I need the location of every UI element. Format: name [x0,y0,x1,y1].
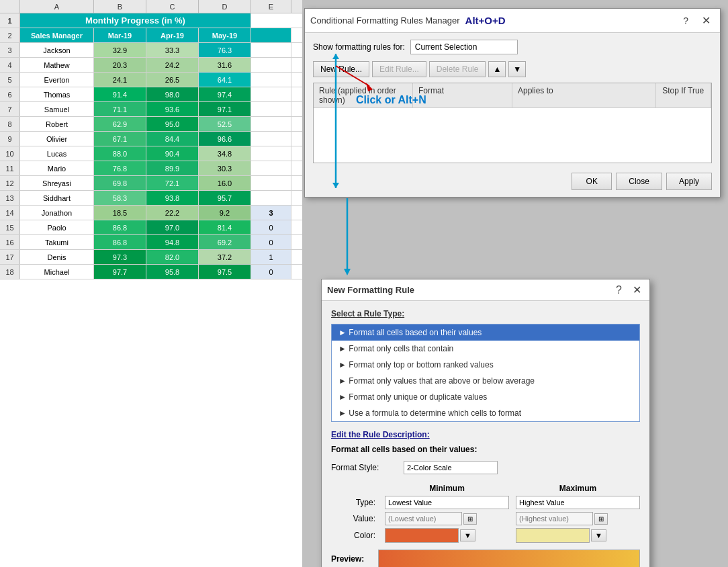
new-rule-button[interactable]: New Rule... [313,61,369,77]
col-header-rownum [0,0,20,13]
max-type-select[interactable]: Highest Value [516,496,640,509]
cell-val: 30.3 [199,161,251,175]
cell-val: 69.8 [94,176,146,190]
min-color-swatch [385,528,459,543]
min-type-select[interactable]: Lowest Value [385,496,509,509]
rule-type-item-0[interactable]: ► Format all cells based on their values [332,324,639,341]
row-num: 13 [0,191,20,205]
cell-val [251,117,291,131]
cf-apply-button[interactable]: Apply [666,173,712,190]
cell-name: Robert [20,117,94,131]
cell-name: Michael [20,265,94,279]
cell-val [251,191,291,205]
move-down-button[interactable]: ▼ [508,61,526,77]
row-num: 5 [0,73,20,87]
cf-dialog-body: Show formatting rules for: Current Selec… [305,33,720,197]
cell-val: 62.9 [94,117,146,131]
table-row: 15 Paolo 86.8 97.0 81.4 0 [0,220,302,235]
delete-rule-button[interactable]: Delete Rule [429,61,486,77]
cell-val [251,87,291,101]
show-rules-select[interactable]: Current Selection [410,40,518,54]
col-header-d: D [199,0,251,13]
cell-val: 16.0 [199,176,251,190]
cell-val: 3 [251,206,291,220]
cell-val: 52.5 [199,117,251,131]
min-color-picker[interactable]: ▼ [460,529,475,541]
show-rules-row: Show formatting rules for: Current Selec… [313,40,712,54]
table-row: 1 Monthly Progress (in %) [0,13,302,28]
edit-rule-section: Edit the Rule Description: Format all ce… [331,430,640,567]
cell-name: Takumi [20,235,94,249]
cf-help-button[interactable]: ? [679,13,692,28]
nfr-help-button[interactable]: ? [613,284,625,296]
min-value-input[interactable] [385,512,462,525]
row-num: 10 [0,146,20,161]
row-num: 3 [0,43,20,57]
max-color-swatch [516,528,590,543]
minimum-header: Minimum [385,484,509,493]
cell-val: 97.0 [146,220,199,234]
table-row: 5 Everton 24.1 26.5 64.1 [0,73,302,87]
cell-val: 76.3 [199,43,251,57]
cell-val: 69.2 [199,235,251,249]
subheader-sales-manager: Sales Manager [20,28,94,42]
preview-row: Preview: [331,550,640,567]
cell-val: 93.8 [146,191,199,205]
col-header-e: E [251,0,291,13]
cell-val: 32.9 [94,43,146,57]
cell-val: 9.2 [199,206,251,220]
cell-val: 67.1 [94,132,146,146]
subheader-may: May-19 [199,28,251,42]
format-style-row: Format Style: 2-Color Scale [331,461,640,474]
min-value-picker[interactable]: ⊞ [463,513,477,525]
max-value-input[interactable] [516,512,593,525]
maximum-header: Maximum [516,484,640,493]
cell-val [251,58,291,72]
cell-val: 24.1 [94,73,146,87]
cell-val: 81.4 [199,220,251,234]
table-row: 6 Thomas 91.4 98.0 97.4 [0,87,302,102]
table-row: 11 Mario 76.8 89.9 30.3 [0,161,302,176]
table-row: 10 Lucas 88.0 90.4 34.8 [0,146,302,161]
table-row: 7 Samuel 71.1 93.6 97.1 [0,102,302,117]
cell-val: 1 [251,250,291,264]
rule-type-item-4[interactable]: ► Format only unique or duplicate values [332,389,639,405]
rule-type-item-2[interactable]: ► Format only top or bottom ranked value… [332,357,639,373]
cell-val: 82.0 [146,250,199,264]
cell-val: 95.0 [146,117,199,131]
cell-val: 24.2 [146,58,199,72]
cell-name: Olivier [20,132,94,146]
move-up-button[interactable]: ▲ [488,61,506,77]
show-rules-label: Show formatting rules for: [313,42,405,52]
nfr-close-button[interactable]: ✕ [630,284,644,296]
subheader-e [251,28,291,42]
cell-val: 89.9 [146,161,199,175]
rules-table: Rule (applied in order shown) Format App… [313,83,712,163]
preview-bar [378,550,640,567]
cf-ok-button[interactable]: OK [572,173,612,190]
cell-name: Mario [20,161,94,175]
cell-val: 97.3 [94,250,146,264]
cell-val [251,102,291,116]
cf-dialog-titlebar: Conditional Formatting Rules Manager Alt… [305,9,720,33]
cell-val: 93.6 [146,102,199,116]
max-value-picker[interactable]: ⊞ [594,513,608,525]
cell-val: 76.8 [94,161,146,175]
row-num: 18 [0,265,20,279]
cell-val: 97.7 [94,265,146,279]
cell-val: 64.1 [199,73,251,87]
max-color-picker[interactable]: ▼ [591,529,606,541]
rule-type-item-3[interactable]: ► Format only values that are above or b… [332,373,639,389]
cell-val: 0 [251,235,291,249]
cell-val: 58.3 [94,191,146,205]
edit-rule-button[interactable]: Edit Rule... [372,61,426,77]
col-header-a: A [20,0,94,13]
cf-close-btn[interactable]: Close [616,173,662,190]
cf-close-button[interactable]: ✕ [698,13,715,28]
rule-type-item-1[interactable]: ► Format only cells that contain [332,341,639,357]
cell-val: 20.3 [94,58,146,72]
format-style-select[interactable]: 2-Color Scale [404,461,498,474]
rule-type-item-5[interactable]: ► Use a formula to determine which cells… [332,405,639,421]
row-num: 2 [0,28,20,42]
row-num: 12 [0,176,20,190]
